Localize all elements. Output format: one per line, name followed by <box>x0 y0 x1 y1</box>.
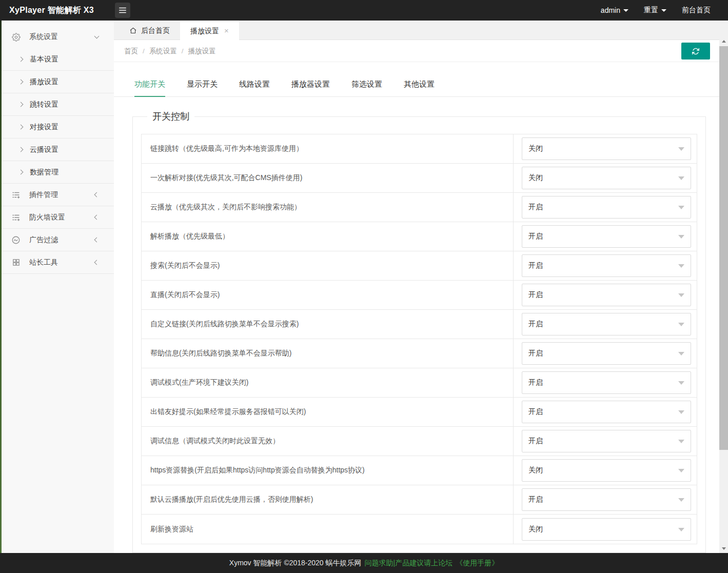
reset-dropdown[interactable]: 重置 <box>644 6 666 15</box>
caret-down-icon <box>678 440 684 443</box>
sidebar-group-plugins[interactable]: 插件管理 <box>0 184 114 206</box>
main-content: 首页/系统设置/播放设置 功能开关显示开关线路设置播放器设置筛选设置其他设置 开… <box>114 41 719 553</box>
sidebar-item-label: 数据管理 <box>30 168 58 177</box>
sidebar-item-云播设置[interactable]: 云播设置 <box>0 139 114 161</box>
sidebar-item-基本设置[interactable]: 基本设置 <box>0 48 114 71</box>
setting-value-cell: 开启 <box>514 251 697 280</box>
settings-tab-功能开关[interactable]: 功能开关 <box>134 80 165 97</box>
setting-select[interactable]: 开启 <box>522 196 691 219</box>
grid-icon <box>11 258 21 267</box>
setting-select-value: 开启 <box>528 203 543 212</box>
sidebar-group-firewall[interactable]: 防火墙设置 <box>0 206 114 229</box>
settings-tabs: 功能开关显示开关线路设置播放器设置筛选设置其他设置 <box>114 80 719 97</box>
setting-select-value: 开启 <box>528 378 543 387</box>
sidebar-toggle-button[interactable] <box>115 3 130 18</box>
setting-value-cell: 关闭 <box>514 515 697 544</box>
list-plus-icon <box>11 190 21 200</box>
scroll-down-button[interactable] <box>719 544 728 553</box>
tab-dashboard[interactable]: 后台首页 <box>119 21 180 40</box>
settings-tab-线路设置[interactable]: 线路设置 <box>239 80 270 96</box>
scroll-thumb[interactable] <box>719 46 728 450</box>
sidebar-item-对接设置[interactable]: 对接设置 <box>0 116 114 139</box>
hamburger-icon <box>118 6 127 15</box>
setting-value-cell: 关闭 <box>514 134 697 163</box>
caret-down-icon <box>678 293 684 297</box>
setting-row: 刷新换资源站关闭 <box>142 515 697 544</box>
triangle-up-icon <box>722 40 726 43</box>
sidebar-group-label: 系统设置 <box>29 32 58 42</box>
setting-label: 搜索(关闭后不会显示) <box>142 251 514 280</box>
setting-select[interactable]: 开启 <box>522 342 691 365</box>
setting-select[interactable]: 关闭 <box>522 137 691 160</box>
setting-row: 出错友好提示(如果经常提示服务器报错可以关闭)开启 <box>142 398 697 427</box>
setting-label: 直播(关闭后不会显示) <box>142 281 514 309</box>
setting-label: 出错友好提示(如果经常提示服务器报错可以关闭) <box>142 398 514 426</box>
settings-tab-播放器设置[interactable]: 播放器设置 <box>291 80 330 96</box>
close-icon[interactable]: × <box>224 21 229 41</box>
front-home-link[interactable]: 前台首页 <box>682 6 711 15</box>
footer-help-link[interactable]: 问题求助|产品建议请上论坛 <box>365 559 453 568</box>
setting-select[interactable]: 开启 <box>522 313 691 335</box>
setting-select[interactable]: 开启 <box>522 284 691 306</box>
setting-row: 直播(关闭后不会显示)开启 <box>142 281 697 310</box>
sidebar-item-跳转设置[interactable]: 跳转设置 <box>0 93 114 116</box>
setting-label: 调试信息（调试模式关闭时此设置无效） <box>142 427 514 456</box>
window-tabstrip: 后台首页 播放设置 × <box>114 21 728 40</box>
caret-down-icon <box>678 498 684 502</box>
caret-down-icon <box>678 176 684 180</box>
sidebar-group-label: 插件管理 <box>29 190 58 200</box>
footer-manual-link[interactable]: 《使用手册》 <box>456 559 499 568</box>
sidebar-item-数据管理[interactable]: 数据管理 <box>0 161 114 184</box>
setting-select[interactable]: 开启 <box>522 254 691 277</box>
breadcrumb-item[interactable]: 首页 <box>124 47 138 55</box>
sidebar-item-播放设置[interactable]: 播放设置 <box>0 71 114 93</box>
setting-row: 调试模式(生产环境下建议关闭)开启 <box>142 368 697 398</box>
refresh-button[interactable] <box>681 43 710 60</box>
sidebar-item-label: 云播设置 <box>30 145 58 154</box>
user-name: admin <box>601 6 620 14</box>
setting-select[interactable]: 关闭 <box>522 167 691 189</box>
scroll-up-button[interactable] <box>719 37 728 46</box>
setting-select[interactable]: 开启 <box>522 430 691 452</box>
chevron-down-icon <box>94 34 100 39</box>
settings-tab-显示开关[interactable]: 显示开关 <box>187 80 218 96</box>
setting-select-value: 开启 <box>528 407 543 417</box>
sidebar-group-system-settings[interactable]: 系统设置 <box>0 26 114 48</box>
caret-down-icon <box>678 235 684 239</box>
breadcrumb-item[interactable]: 系统设置 <box>149 47 177 55</box>
setting-value-cell: 开启 <box>514 222 697 251</box>
sidebar-item-label: 播放设置 <box>30 77 58 87</box>
setting-select[interactable]: 关闭 <box>522 518 691 541</box>
chevron-down-icon <box>623 9 628 12</box>
setting-select[interactable]: 开启 <box>522 225 691 248</box>
sidebar-group-label: 站长工具 <box>29 258 58 267</box>
tab-play-settings[interactable]: 播放设置 × <box>180 21 239 41</box>
setting-select[interactable]: 关闭 <box>522 459 691 482</box>
setting-row: 帮助信息(关闭后线路切换菜单不会显示帮助)开启 <box>142 339 697 368</box>
setting-select-value: 开启 <box>528 290 543 300</box>
breadcrumb-separator: / <box>143 47 145 55</box>
setting-select-value: 开启 <box>528 320 543 329</box>
chevron-right-icon <box>18 57 24 62</box>
settings-tab-筛选设置[interactable]: 筛选设置 <box>351 80 382 96</box>
setting-select-value: 关闭 <box>528 466 543 475</box>
user-dropdown[interactable]: admin <box>601 6 628 14</box>
setting-select[interactable]: 开启 <box>522 488 691 511</box>
setting-row: 云播放（优先级其次，关闭后不影响搜索功能）开启 <box>142 193 697 222</box>
setting-value-cell: 关闭 <box>514 456 697 485</box>
setting-select[interactable]: 开启 <box>522 401 691 423</box>
setting-select[interactable]: 开启 <box>522 371 691 394</box>
sidebar-group-ad-filter[interactable]: 广告过滤 <box>0 229 114 251</box>
setting-label: 云播放（优先级其次，关闭后不影响搜索功能） <box>142 193 514 222</box>
setting-value-cell: 开启 <box>514 193 697 222</box>
setting-value-cell: 开启 <box>514 427 697 456</box>
setting-label: 链接跳转（优先级最高,可作为本地资源库使用） <box>142 134 514 163</box>
sidebar-group-webmaster-tools[interactable]: 站长工具 <box>0 251 114 274</box>
setting-select-value: 开启 <box>528 261 543 270</box>
setting-label: 调试模式(生产环境下建议关闭) <box>142 368 514 397</box>
refresh-icon <box>692 47 700 55</box>
scrollbar[interactable] <box>719 37 728 553</box>
caret-down-icon <box>678 381 684 385</box>
setting-value-cell: 开启 <box>514 310 697 339</box>
settings-tab-其他设置[interactable]: 其他设置 <box>404 80 435 96</box>
